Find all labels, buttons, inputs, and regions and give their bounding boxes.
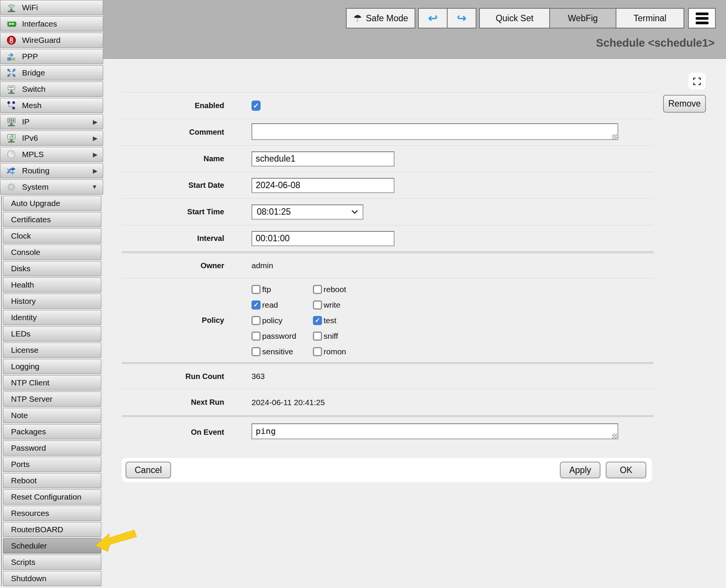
- next-run-value: 2024-06-11 20:41:25: [251, 398, 325, 407]
- sidebar-item-reset-configuration[interactable]: Reset Configuration: [3, 489, 101, 505]
- sidebar-item-mesh[interactable]: Mesh: [0, 98, 103, 113]
- sidebar-item-disks[interactable]: Disks: [3, 261, 101, 276]
- sidebar-item-identity[interactable]: Identity: [3, 310, 101, 325]
- comment-input[interactable]: [251, 123, 618, 140]
- policy-option-label: ftp: [262, 285, 271, 294]
- sidebar-item-label: Mesh: [22, 101, 41, 110]
- switch-icon: [6, 83, 17, 95]
- sidebar-item-label: IP: [22, 117, 30, 126]
- remove-button[interactable]: Remove: [663, 95, 706, 113]
- sidebar-item-ip[interactable]: 255 IP ▶: [0, 114, 103, 129]
- policy-option-label: sensitive: [262, 347, 293, 356]
- mesh-icon: [6, 100, 17, 111]
- policy-option-label: read: [262, 300, 278, 310]
- action-button-bar: Cancel Apply OK: [122, 458, 652, 482]
- sidebar-item-label: IPv6: [22, 134, 38, 143]
- cancel-button[interactable]: Cancel: [126, 462, 171, 478]
- sidebar-item-switch[interactable]: Switch: [0, 82, 103, 97]
- tab-webfig[interactable]: WebFig: [549, 8, 616, 28]
- sidebar-item-mpls[interactable]: MPLS ▶: [0, 147, 103, 162]
- sidebar-item-ntp-client[interactable]: NTP Client: [3, 375, 101, 390]
- redo-button[interactable]: ↪: [447, 8, 476, 28]
- sidebar-item-history[interactable]: History: [3, 294, 101, 309]
- sidebar-item-note[interactable]: Note: [3, 408, 101, 423]
- chevron-right-icon: ▶: [93, 167, 97, 175]
- name-row: Name: [122, 145, 654, 172]
- policy-checkbox-sensitive[interactable]: ✓: [251, 347, 261, 356]
- enabled-label: Enabled: [122, 101, 224, 110]
- svg-text:√6: √6: [9, 135, 14, 139]
- tab-quick-set[interactable]: Quick Set: [479, 8, 550, 28]
- policy-checkbox-romon[interactable]: ✓: [313, 347, 322, 356]
- safe-mode-label: Safe Mode: [366, 13, 408, 24]
- policy-checkbox-ftp[interactable]: ✓: [251, 285, 261, 294]
- policy-checkbox-test[interactable]: ✓: [313, 316, 322, 325]
- tab-terminal[interactable]: Terminal: [616, 8, 684, 28]
- sidebar-item-scheduler[interactable]: Scheduler: [3, 538, 101, 553]
- wireguard-icon: [6, 35, 17, 46]
- start-time-select[interactable]: 08:01:25: [251, 204, 363, 220]
- start-time-value: 08:01:25: [257, 207, 291, 217]
- interfaces-icon: [6, 18, 17, 30]
- safe-mode-button[interactable]: ☂ Safe Mode: [346, 8, 415, 28]
- enabled-checkbox[interactable]: ✓: [251, 101, 261, 111]
- next-run-row: Next Run 2024-06-11 20:41:25: [122, 389, 654, 415]
- policy-checkbox-reboot[interactable]: ✓: [313, 285, 322, 294]
- sidebar-item-ports[interactable]: Ports: [3, 457, 101, 472]
- sidebar-item-clock[interactable]: Clock: [3, 228, 101, 244]
- fullscreen-button[interactable]: [688, 73, 706, 90]
- sidebar-item-packages[interactable]: Packages: [3, 424, 101, 439]
- policy-checkbox-read[interactable]: ✓: [251, 300, 261, 310]
- start-date-input[interactable]: [251, 178, 394, 193]
- sidebar-item-auto-upgrade[interactable]: Auto Upgrade: [3, 196, 101, 211]
- sidebar-item-system[interactable]: System ▼: [0, 179, 103, 195]
- policy-checkbox-policy[interactable]: ✓: [251, 316, 261, 325]
- sidebar-item-console[interactable]: Console: [3, 245, 101, 260]
- chevron-right-icon: ▶: [93, 118, 97, 126]
- interval-row: Interval: [122, 225, 654, 252]
- policy-checkbox-write[interactable]: ✓: [313, 300, 322, 310]
- sidebar-item-shutdown[interactable]: Shutdown: [3, 571, 101, 586]
- sidebar-item-license[interactable]: License: [3, 343, 101, 358]
- sidebar-item-label: Bridge: [22, 68, 45, 77]
- policy-checkbox-password[interactable]: ✓: [251, 332, 261, 341]
- sidebar-item-certificates[interactable]: Certificates: [3, 212, 101, 227]
- sidebar-item-resources[interactable]: Resources: [3, 506, 101, 521]
- sidebar-item-interfaces[interactable]: Interfaces: [0, 16, 103, 31]
- hamburger-menu-button[interactable]: [688, 8, 716, 28]
- sidebar-item-reboot[interactable]: Reboot: [3, 473, 101, 488]
- interval-input[interactable]: [251, 231, 394, 246]
- resize-grip-icon[interactable]: [612, 434, 617, 439]
- sidebar-item-ipv6[interactable]: √6 IPv6 ▶: [0, 130, 103, 146]
- policy-option-label: policy: [262, 316, 283, 325]
- sidebar-item-routerboard[interactable]: RouterBOARD: [3, 522, 101, 537]
- toolbar: ☂ Safe Mode ↩ ↪ Quick Set WebFig Termina…: [346, 8, 716, 28]
- policy-option-label: write: [324, 300, 340, 310]
- undo-button[interactable]: ↩: [418, 8, 448, 28]
- run-count-value: 363: [251, 372, 265, 381]
- sidebar-item-routing[interactable]: Routing ▶: [0, 163, 103, 178]
- policy-option-label: reboot: [324, 285, 346, 294]
- comment-label: Comment: [122, 128, 224, 137]
- sidebar-item-password[interactable]: Password: [3, 440, 101, 456]
- sidebar-item-ntp-server[interactable]: NTP Server: [3, 391, 101, 407]
- sidebar-item-bridge[interactable]: Bridge: [0, 65, 103, 80]
- policy-checkbox-sniff[interactable]: ✓: [313, 332, 322, 341]
- sidebar-item-wifi[interactable]: WiFi: [0, 0, 103, 15]
- apply-button[interactable]: Apply: [560, 462, 600, 478]
- sidebar-item-leds[interactable]: LEDs: [3, 326, 101, 341]
- resize-grip-icon[interactable]: [612, 134, 617, 139]
- chevron-down-icon: ▼: [91, 184, 97, 190]
- sidebar-item-scripts[interactable]: Scripts: [3, 555, 101, 570]
- ok-button[interactable]: OK: [606, 462, 646, 478]
- name-input[interactable]: [251, 151, 394, 167]
- page-title: Schedule <schedule1>: [596, 37, 715, 49]
- wifi-icon: [6, 2, 17, 13]
- sidebar-item-logging[interactable]: Logging: [3, 359, 101, 374]
- sidebar-item-ppp[interactable]: PPP: [0, 49, 103, 64]
- on-event-input[interactable]: ping: [251, 423, 618, 439]
- sidebar-item-wireguard[interactable]: WireGuard: [0, 33, 103, 48]
- umbrella-icon: ☂: [353, 13, 362, 23]
- sidebar-item-health[interactable]: Health: [3, 277, 101, 292]
- mpls-icon: [6, 149, 17, 160]
